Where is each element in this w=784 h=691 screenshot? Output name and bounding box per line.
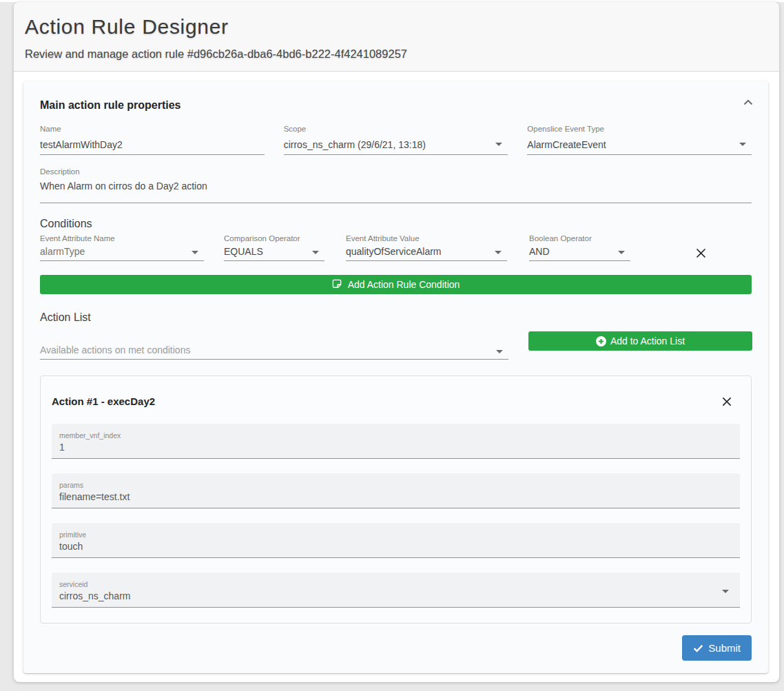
scope-select[interactable]: cirros_ns_charm (29/6/21, 13:18) [284,134,508,155]
action-card-title: Action #1 - execDay2 [52,376,740,407]
available-actions-placeholder: Available actions on met conditions [40,344,190,355]
event-type-value: AlarmCreateEvent [527,139,606,150]
scope-label: Scope [284,125,508,134]
params-label: params [59,481,732,489]
condition-row: Event Attribute Name alarmType Compariso… [40,234,752,261]
name-input[interactable]: testAlarmWithDay2 [40,134,265,155]
close-icon [695,247,707,259]
collapse-panel-toggle[interactable] [743,99,753,105]
submit-row: Submit [40,635,752,661]
name-field: Name testAlarmWithDay2 [40,125,265,155]
chevron-down-icon [192,251,198,254]
page-header: Action Rule Designer Review and manage a… [14,2,779,72]
page-title: Action Rule Designer [25,15,768,39]
remove-condition-button[interactable] [695,247,707,259]
rule-properties-card: Main action rule properties Name testAla… [23,81,768,673]
serviceid-label: serviceid [59,580,732,588]
add-to-action-list-label: Add to Action List [610,336,685,347]
event-type-field: Openslice Event Type AlarmCreateEvent [527,125,752,155]
attribute-name-label: Event Attribute Name [40,234,204,243]
attribute-name-value: alarmType [40,246,85,257]
serviceid-field[interactable]: serviceid cirros_ns_charm [52,573,740,608]
member-vnf-index-value: 1 [59,441,732,453]
operator-field: Comparison Operator EQUALS [224,234,324,261]
description-label: Description [40,167,752,176]
params-field[interactable]: params filename=test.txt [52,473,740,508]
attribute-value-field: Event Attribute Value qualityOfServiceAl… [346,234,507,261]
card-title: Main action rule properties [40,81,752,111]
event-type-select[interactable]: AlarmCreateEvent [527,134,752,155]
description-field: Description When Alarm on cirros do a Da… [40,167,752,203]
chevron-down-icon [495,251,502,254]
submit-label: Submit [708,642,741,654]
chevron-up-icon [743,99,753,105]
operator-value: EQUALS [224,246,263,257]
description-input[interactable]: When Alarm on cirros do a Day2 action [40,176,752,203]
chevron-down-icon [722,590,729,593]
member-vnf-index-field[interactable]: member_vnf_index 1 [52,424,740,459]
attribute-value-label: Event Attribute Value [346,234,507,243]
scope-value: cirros_ns_charm (29/6/21, 13:18) [284,139,426,150]
primitive-value: touch [59,540,732,553]
attribute-name-select[interactable]: alarmType [40,243,204,261]
chevron-down-icon [495,143,502,146]
main-panel: Action Rule Designer Review and manage a… [14,2,779,682]
add-condition-label: Add Action Rule Condition [348,279,460,290]
properties-row: Name testAlarmWithDay2 Scope cirros_ns_c… [40,125,752,155]
available-actions-select[interactable]: Available actions on met conditions [40,344,508,360]
chevron-down-icon [618,251,625,254]
chevron-down-icon [739,143,746,146]
plus-circle-icon [596,336,606,347]
member-vnf-index-label: member_vnf_index [59,431,732,440]
attribute-value-select[interactable]: qualityOfServiceAlarm [346,243,507,261]
page-body: Main action rule properties Name testAla… [14,72,779,673]
name-label: Name [40,125,265,134]
submit-button[interactable]: Submit [682,635,752,661]
operator-select[interactable]: EQUALS [224,243,324,261]
primitive-label: primitive [59,530,732,539]
chevron-down-icon [312,251,319,254]
close-icon [721,396,732,407]
boolean-operator-label: Boolean Operator [529,234,630,243]
action-list-heading: Action List [40,312,752,323]
primitive-field[interactable]: primitive touch [52,523,740,558]
check-icon [693,643,703,653]
page-subtitle: Review and manage action rule #d96cb26a-… [25,47,768,61]
attribute-name-field: Event Attribute Name alarmType [40,234,204,261]
action-select-row: Available actions on met conditions Add … [40,323,752,360]
params-value: filename=test.txt [59,491,732,503]
conditions-heading: Conditions [40,218,752,229]
boolean-operator-select[interactable]: AND [529,243,630,261]
remove-action-button[interactable] [721,396,732,407]
event-type-label: Openslice Event Type [527,125,752,134]
chevron-down-icon [496,350,503,353]
attribute-value-value: qualityOfServiceAlarm [346,246,442,257]
note-add-icon [332,279,342,291]
operator-label: Comparison Operator [224,234,324,243]
add-condition-button[interactable]: Add Action Rule Condition [40,275,752,294]
serviceid-value: cirros_ns_charm [59,590,732,602]
action-card: Action #1 - execDay2 member_vnf_index 1 … [40,375,752,623]
boolean-operator-field: Boolean Operator AND [529,234,630,261]
add-to-action-list-button[interactable]: Add to Action List [528,331,752,351]
scope-field: Scope cirros_ns_charm (29/6/21, 13:18) [284,125,508,155]
boolean-operator-value: AND [529,246,550,257]
